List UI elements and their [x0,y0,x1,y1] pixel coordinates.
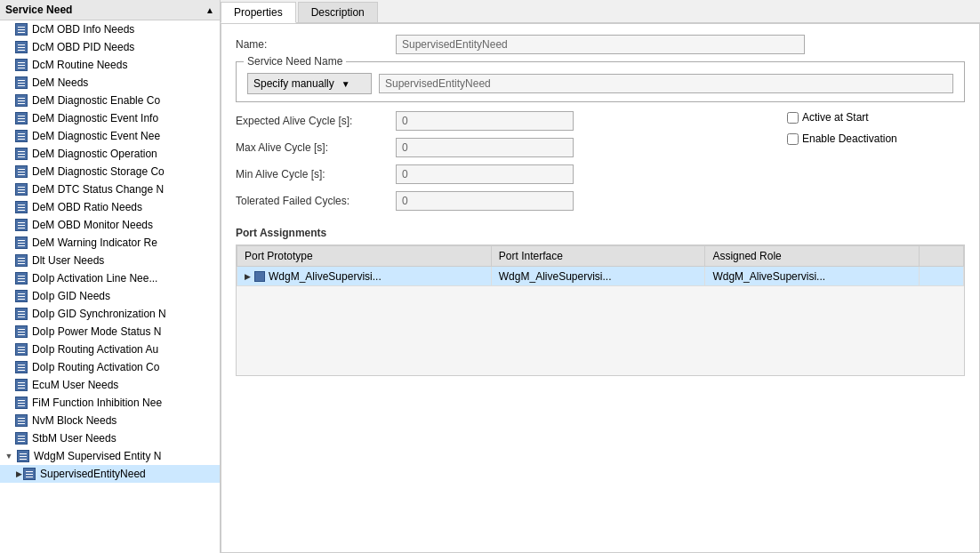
sidebar-item-doip-power-mode[interactable]: DoIp Power Mode Status N [0,323,220,341]
service-icon [14,378,28,392]
service-icon [22,467,36,481]
sidebar-item-doip-routing-act-au[interactable]: DoIp Routing Activation Au [0,341,220,358]
sidebar-item-label: SupervisedEntityNeed [40,468,146,480]
sidebar-item-wdgm-supervised[interactable]: ▼WdgM Supervised Entity N [0,447,220,465]
sidebar-item-label: Dlt User Needs [32,254,104,267]
service-icon [14,342,28,357]
sidebar-item-dlt-user[interactable]: Dlt User Needs [0,252,220,269]
sidebar-item-label: DeM Diagnostic Event Nee [32,130,160,142]
sidebar-item-dem-diag-enable[interactable]: DeM Diagnostic Enable Co [0,92,220,109]
max-alive-row: Max Alive Cycle [s]: [236,138,751,157]
sidebar-scroll[interactable]: DcM OBD Info NeedsDcM OBD PID NeedsDcM R… [0,20,220,553]
service-need-name-group: Service Need Name Specify manually ▼ [236,61,965,102]
service-icon [14,271,28,285]
sidebar-scroll-up-icon[interactable]: ▲ [205,5,214,15]
sidebar-item-label: WdgM Supervised Entity N [34,450,161,462]
port-assignments-section: Port Assignments Port Prototype Port Int… [236,227,965,376]
sidebar-title: Service Need [5,4,72,16]
sidebar-item-dcm-obd-info[interactable]: DcM OBD Info Needs [0,20,220,38]
service-icon [14,58,28,72]
expected-alive-row: Expected Alive Cycle [s]: [236,111,751,131]
sidebar-item-label: DeM Diagnostic Operation [32,148,157,160]
sidebar-item-dem-warning[interactable]: DeM Warning Indicator Re [0,234,220,252]
active-at-start-checkbox[interactable] [787,112,799,124]
sidebar-item-label: DcM OBD PID Needs [32,41,134,53]
sidebar-header: Service Need ▲ [0,0,220,20]
port-table-header: Port Prototype Port Interface Assigned R… [237,246,964,267]
max-alive-label: Max Alive Cycle [s]: [236,141,396,154]
sidebar-item-label: FiM Function Inhibition Nee [32,397,162,409]
sidebar-item-label: DeM Diagnostic Event Info [32,112,158,124]
collapse-arrow-icon[interactable]: ▼ [4,451,14,461]
sidebar-item-dem-diag-event-info[interactable]: DeM Diagnostic Event Info [0,109,220,127]
sidebar-item-label: DoIp Activation Line Nee... [32,272,157,285]
sidebar-item-supervised-entity[interactable]: ▶ SupervisedEntityNeed [0,465,220,483]
col-port-prototype: Port Prototype [237,246,492,267]
sidebar-item-doip-gid-sync[interactable]: DoIp GID Synchronization N [0,305,220,323]
tab-description[interactable]: Description [298,2,378,22]
dropdown-label: Specify manually [253,77,334,90]
port-table-container: Port Prototype Port Interface Assigned R… [236,244,965,376]
sidebar-item-dem-dtc-status[interactable]: DeM DTC Status Change N [0,180,220,198]
table-row[interactable]: ▶WdgM_AliveSupervisi...WdgM_AliveSupervi… [237,267,964,286]
service-icon [14,360,28,374]
port-table-body: ▶WdgM_AliveSupervisi...WdgM_AliveSupervi… [237,267,964,286]
col-assigned-role: Assigned Role [705,246,920,267]
service-icon [14,307,28,321]
sidebar-item-label: DeM Diagnostic Enable Co [32,94,160,107]
service-icon [14,129,28,143]
sidebar-item-label: DeM Warning Indicator Re [32,236,157,249]
sidebar-item-label: DeM Needs [32,76,88,89]
min-alive-label: Min Alive Cycle [s]: [236,168,396,180]
service-icon [14,164,28,179]
service-icon [14,236,28,250]
sidebar-item-fim-function[interactable]: FiM Function Inhibition Nee [0,394,220,412]
sidebar-item-label: DcM OBD Info Needs [32,23,134,36]
sidebar-item-dcm-obd-pid[interactable]: DcM OBD PID Needs [0,38,220,56]
sidebar-item-dcm-routine[interactable]: DcM Routine Needs [0,56,220,74]
sidebar-item-label: DeM Diagnostic Storage Co [32,165,165,178]
sidebar-item-dem-diag-operation[interactable]: DeM Diagnostic Operation [0,145,220,163]
sidebar-item-dem-obd-ratio[interactable]: DeM OBD Ratio Needs [0,198,220,216]
service-icon [14,218,28,232]
sidebar-item-ecum-user[interactable]: EcuM User Needs [0,376,220,394]
sidebar-item-doip-routing-act-co[interactable]: DoIp Routing Activation Co [0,358,220,376]
min-alive-input[interactable] [396,164,574,184]
tolerated-failed-label: Tolerated Failed Cycles: [236,195,396,207]
service-icon [14,147,28,161]
sidebar-item-nvm-block[interactable]: NvM Block Needs [0,412,220,429]
sidebar-item-label: StbM User Needs [32,432,116,445]
sidebar-item-label: DeM DTC Status Change N [32,183,164,196]
specify-manually-dropdown[interactable]: Specify manually ▼ [247,73,372,94]
expected-alive-input[interactable] [396,111,574,131]
service-icon [14,325,28,339]
sidebar-item-label: DoIp Routing Activation Co [32,361,159,373]
sidebar-item-dem-needs[interactable]: DeM Needs [0,74,220,92]
port-assignments-label: Port Assignments [236,227,965,239]
active-at-start-row: Active at Start [787,111,965,124]
sidebar-item-dem-diag-storage[interactable]: DeM Diagnostic Storage Co [0,163,220,180]
sidebar-item-doip-gid[interactable]: DoIp GID Needs [0,287,220,305]
row-expand-icon[interactable]: ▶ [245,272,251,281]
group-inner: Specify manually ▼ [247,73,953,94]
tab-properties[interactable]: Properties [221,2,296,23]
two-col-layout: Expected Alive Cycle [s]: Max Alive Cycl… [236,111,965,218]
enable-deactivation-row: Enable Deactivation [787,132,965,145]
name-input[interactable] [396,35,805,54]
service-icon [14,93,28,108]
enable-deactivation-checkbox[interactable] [787,133,799,145]
sidebar-item-dem-obd-monitor[interactable]: DeM OBD Monitor Needs [0,216,220,234]
sidebar-item-doip-activation-line[interactable]: DoIp Activation Line Nee... [0,269,220,287]
service-icon [14,413,28,428]
tolerated-failed-input[interactable] [396,191,574,211]
sidebar-item-label: DoIp GID Needs [32,290,110,302]
sidebar-item-dem-diag-event-nee[interactable]: DeM Diagnostic Event Nee [0,127,220,145]
service-need-name-input[interactable] [379,74,953,93]
tolerated-failed-row: Tolerated Failed Cycles: [236,191,751,211]
sidebar-item-stbm-user[interactable]: StbM User Needs [0,429,220,447]
empty-cell [920,267,964,286]
max-alive-input[interactable] [396,138,574,157]
port-icon [254,271,265,282]
service-icon [14,22,28,36]
min-alive-row: Min Alive Cycle [s]: [236,164,751,184]
